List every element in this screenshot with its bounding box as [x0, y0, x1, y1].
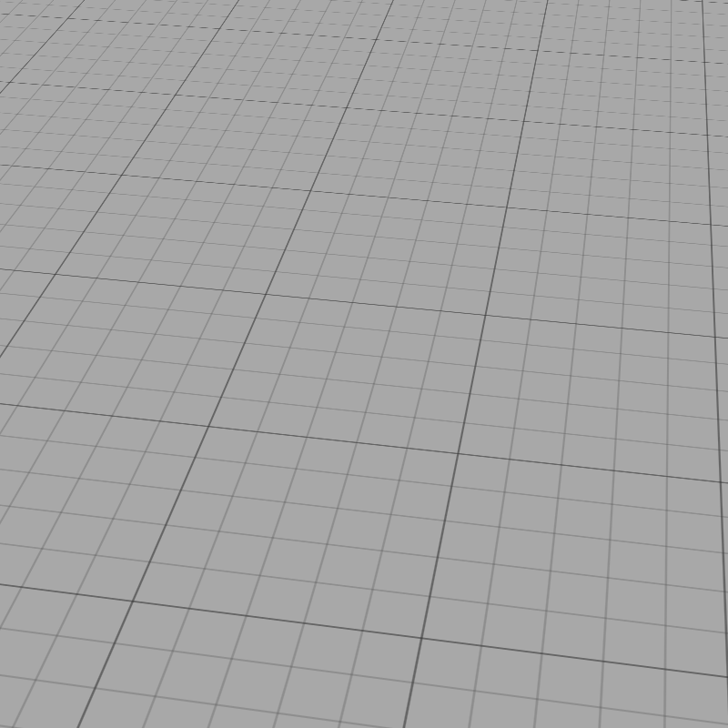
legend-label: Inner Perimeter — [31, 61, 100, 80]
support-front-face — [320, 276, 476, 587]
legend-label: Gap Fill — [31, 119, 66, 138]
legend-label: External Single Extrusion — [31, 80, 143, 99]
legend-title: Feature Type — [5, 5, 143, 15]
slicer-preview-window: Feature Type TravelOuter PerimeterInner … — [0, 0, 728, 728]
legend-item: Dense Support — [5, 217, 143, 236]
legend-label: Raft — [31, 236, 49, 255]
legend-label: Dense Support — [31, 217, 97, 236]
preview-mode-label: Preview Mode — [537, 9, 606, 22]
legend-swatch — [5, 100, 21, 119]
legend-item: Prime Pillar — [5, 275, 143, 294]
legend-item: Ooze Shield — [5, 294, 143, 313]
legend-label: Internal Single Extrusion — [31, 100, 139, 119]
legend-item: Inner Perimeter — [5, 61, 143, 80]
legend-item: Travel — [5, 22, 143, 41]
legend-swatch — [5, 177, 21, 197]
legend-item: Bridge — [5, 177, 143, 197]
legend-item: Raft — [5, 236, 143, 255]
legend-swatch — [5, 41, 21, 60]
legend-item: Infill — [5, 158, 143, 177]
travel-line-top — [489, 0, 539, 171]
legend-item: External Single Extrusion — [5, 80, 143, 99]
green-start-dot — [232, 197, 236, 201]
legend-item: Skirt/Brim — [5, 256, 143, 275]
legend-item: Internal Single Extrusion — [5, 100, 143, 119]
legend-label: Bridge — [31, 177, 60, 197]
legend-label: Skirt/Brim — [31, 256, 75, 275]
legend-label: Ooze Shield — [31, 294, 86, 313]
legend-label: Travel — [31, 22, 58, 41]
legend-label: Infill — [31, 158, 49, 177]
legend-swatch — [5, 197, 21, 217]
legend-item: Gap Fill — [5, 119, 143, 138]
legend-swatch — [5, 22, 21, 41]
legend-swatch — [5, 158, 21, 177]
legend-swatch — [5, 294, 21, 313]
legend-item: Support — [5, 197, 143, 217]
legend-label: Outer Perimeter — [31, 41, 102, 60]
legend-label: Support — [31, 197, 66, 217]
skirt-start-blob — [201, 549, 209, 557]
legend-swatch — [5, 138, 21, 157]
feature-type-legend: Feature Type TravelOuter PerimeterInner … — [5, 5, 143, 314]
legend-swatch — [5, 119, 21, 138]
legend-swatch — [5, 61, 21, 80]
legend-swatch — [5, 80, 21, 99]
legend-label: Solid Layer — [31, 138, 81, 157]
legend-label: Prime Pillar — [31, 275, 82, 294]
legend-list: TravelOuter PerimeterInner PerimeterExte… — [5, 22, 143, 314]
legend-swatch — [5, 256, 21, 275]
legend-swatch — [5, 217, 21, 236]
legend-item: Outer Perimeter — [5, 41, 143, 60]
legend-item: Solid Layer — [5, 138, 143, 157]
corner-nub — [247, 126, 258, 147]
travel-line-bottom — [0, 553, 204, 642]
legend-swatch — [5, 275, 21, 294]
legend-swatch — [5, 236, 21, 255]
